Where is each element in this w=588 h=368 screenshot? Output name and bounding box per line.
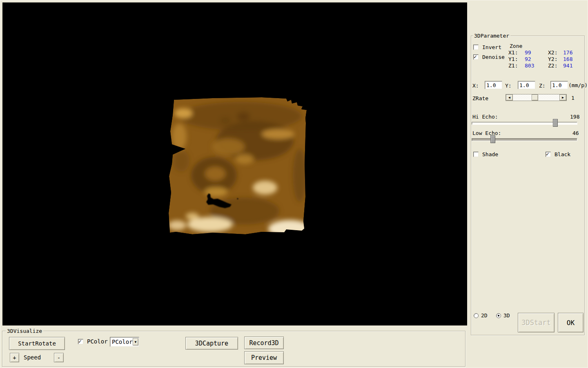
3dcapture-button[interactable]: 3DCapture — [185, 337, 238, 350]
record3d-button[interactable]: Record3D — [244, 337, 284, 349]
zrate-scrollbar: ◀ ▶ — [506, 94, 567, 101]
invert-checkbox[interactable] — [473, 45, 479, 50]
zone-z2-label: Z2: — [548, 63, 557, 69]
zrate-thumb[interactable] — [532, 94, 538, 101]
3dstart-button[interactable]: 3DStart — [518, 313, 555, 332]
visualize-groupbox: 3DVisualize StartRotate + Speed - PColor… — [2, 331, 466, 367]
zrate-right-arrow[interactable]: ▶ — [559, 94, 566, 101]
z-scale-input[interactable] — [550, 81, 568, 89]
mode-3d-radio[interactable] — [496, 313, 501, 318]
speed-label: Speed — [24, 355, 41, 361]
zrate-track[interactable] — [513, 94, 559, 101]
shade-checkbox[interactable] — [473, 152, 479, 157]
zone-z2-value: 941 — [563, 63, 572, 69]
y-scale-label: Y: — [505, 83, 512, 89]
zrate-left-arrow[interactable]: ◀ — [506, 94, 513, 101]
black-label: Black — [555, 151, 570, 157]
black-checkbox[interactable] — [546, 152, 551, 157]
low-echo-thumb[interactable] — [490, 135, 495, 143]
y-scale-input[interactable] — [518, 81, 535, 89]
zrate-value: 1 — [571, 95, 575, 101]
x-scale-label: X: — [472, 83, 479, 89]
3d-viewport[interactable] — [2, 2, 467, 325]
app-window: 3DParameter Invert Denoise Zone X1: 99 X… — [0, 0, 588, 368]
hi-echo-slider — [472, 119, 577, 127]
zone-y2-label: Y2: — [548, 56, 557, 62]
mode-2d-radio[interactable] — [474, 313, 479, 318]
x-scale-input[interactable] — [485, 81, 502, 89]
low-echo-slider — [472, 135, 577, 143]
zone-y2-value: 168 — [563, 56, 572, 62]
denoise-label: Denoise — [482, 54, 505, 60]
z-scale-label: Z: — [539, 83, 546, 89]
pcolor-label: PColor — [87, 339, 108, 345]
hi-echo-thumb[interactable] — [553, 119, 558, 127]
pcolor-select-value: PColor — [110, 339, 133, 345]
preview-button[interactable]: Preview — [244, 351, 284, 364]
ultrasound-volume-render — [167, 94, 310, 238]
speed-minus-button[interactable]: - — [54, 353, 64, 362]
zone-x2-value: 176 — [563, 49, 572, 56]
low-echo-track[interactable] — [472, 138, 577, 141]
ok-button[interactable]: OK — [558, 313, 584, 332]
zone-z1-label: Z1: — [508, 63, 518, 69]
shade-label: Shade — [482, 151, 498, 157]
zone-title: Zone — [510, 43, 522, 49]
zone-x1-label: X1: — [508, 49, 518, 56]
hi-echo-track[interactable] — [472, 122, 577, 125]
denoise-checkbox[interactable] — [473, 54, 479, 60]
mode-3d-label: 3D — [503, 312, 510, 319]
parameter-groupbox: 3DParameter Invert Denoise Zone X1: 99 X… — [471, 36, 585, 335]
speed-plus-button[interactable]: + — [10, 353, 19, 362]
scale-unit-label: (mm/p) — [568, 82, 588, 88]
zone-x1-value: 99 — [525, 49, 531, 56]
pcolor-select[interactable]: PColor ▼ — [110, 337, 139, 347]
mode-2d-label: 2D — [481, 312, 488, 319]
visualize-groupbox-title: 3DVisualize — [6, 328, 43, 334]
zone-z1-value: 803 — [525, 63, 534, 69]
zone-x2-label: X2: — [548, 49, 557, 56]
zone-y1-value: 92 — [525, 56, 531, 62]
zone-y1-label: Y1: — [508, 56, 518, 62]
pcolor-checkbox[interactable] — [78, 339, 83, 344]
parameter-groupbox-title: 3DParameter — [473, 33, 510, 39]
start-rotate-button[interactable]: StartRotate — [9, 337, 65, 350]
invert-label: Invert — [482, 44, 501, 50]
zrate-label: ZRate — [472, 95, 488, 101]
pcolor-select-dropdown-icon[interactable]: ▼ — [133, 338, 138, 346]
